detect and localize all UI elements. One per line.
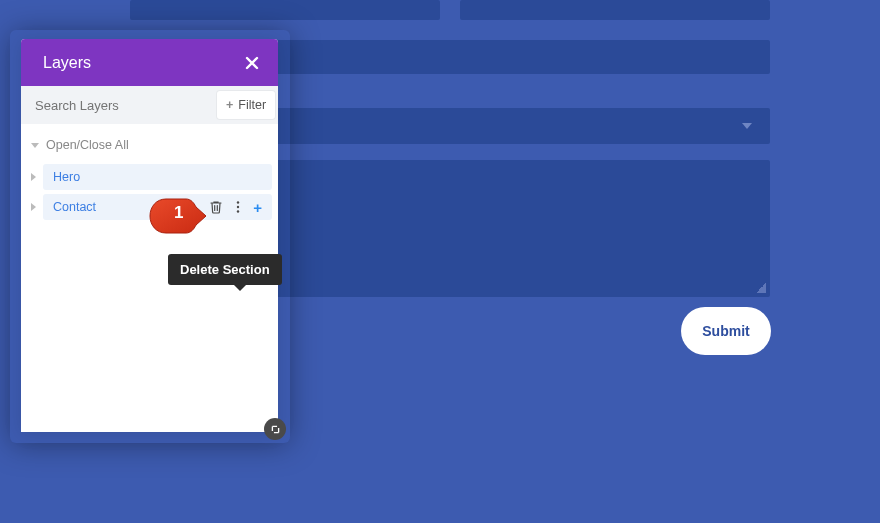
resize-handle[interactable] <box>264 418 286 440</box>
chevron-down-icon <box>31 143 39 148</box>
submit-button-label: Submit <box>702 323 749 339</box>
more-vertical-icon[interactable] <box>231 200 245 214</box>
plus-icon: + <box>226 98 233 112</box>
layer-row-hero: Hero <box>27 162 272 192</box>
callout-marker: 1 <box>146 195 208 237</box>
chevron-right-icon[interactable] <box>31 173 36 181</box>
layer-row-actions: + <box>209 199 262 216</box>
add-icon[interactable]: + <box>253 199 262 216</box>
submit-button[interactable]: Submit <box>681 307 771 355</box>
tooltip-text: Delete Section <box>180 262 270 277</box>
panel-body: Open/Close All Hero Contact + <box>21 124 278 432</box>
svg-point-2 <box>237 210 239 212</box>
search-input[interactable] <box>21 86 217 124</box>
layer-item-label: Contact <box>53 200 96 214</box>
open-close-all-label: Open/Close All <box>46 138 129 152</box>
trash-icon[interactable] <box>209 200 223 214</box>
svg-point-1 <box>237 206 239 208</box>
tooltip-delete-section: Delete Section <box>168 254 282 285</box>
search-row: + Filter <box>21 86 278 124</box>
panel-header: Layers <box>21 39 278 86</box>
open-close-all-toggle[interactable]: Open/Close All <box>27 134 272 162</box>
layer-item-hero[interactable]: Hero <box>43 164 272 190</box>
chevron-right-icon[interactable] <box>31 203 36 211</box>
callout-number: 1 <box>174 203 183 223</box>
filter-button-label: Filter <box>238 98 266 112</box>
chevron-down-icon <box>742 123 752 129</box>
layer-item-label: Hero <box>53 170 80 184</box>
form-field-top-left[interactable] <box>130 0 440 20</box>
panel-title: Layers <box>43 54 91 72</box>
form-field-top-right[interactable] <box>460 0 770 20</box>
close-icon[interactable] <box>244 55 260 71</box>
svg-point-0 <box>237 201 239 203</box>
filter-button[interactable]: + Filter <box>217 91 275 119</box>
